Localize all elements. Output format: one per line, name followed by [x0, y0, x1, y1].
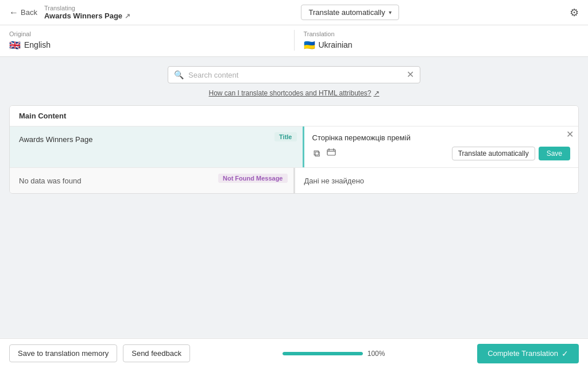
translation-lang-text: Ukrainian: [319, 40, 353, 49]
original-language-section: Original 🇬🇧 English: [9, 30, 285, 51]
search-input[interactable]: [188, 71, 402, 79]
close-icon: ✕: [566, 129, 574, 139]
feedback-label: Send feedback: [131, 349, 181, 358]
translate-automatically-button[interactable]: Translate automatically ▾: [301, 5, 399, 20]
translating-label: Translating: [44, 5, 130, 12]
lang-divider: [294, 30, 295, 51]
search-bar: 🔍 ✕: [168, 66, 420, 83]
save-button[interactable]: Save: [539, 147, 570, 160]
top-bar-left: ← Back Translating Awards Winners Page ↗: [9, 5, 130, 20]
original-lang-text: English: [24, 40, 51, 49]
translation-flag: 🇺🇦: [304, 40, 315, 51]
check-icon: ✓: [562, 349, 568, 358]
settings-icon: ⚙: [570, 7, 579, 18]
translation-lang-label: Translation: [304, 30, 579, 37]
complete-label: Complete Translation: [488, 349, 558, 358]
translating-info: Translating Awards Winners Page ↗: [44, 5, 130, 20]
copy-button[interactable]: ⧉: [312, 147, 321, 160]
bottom-bar: Save to translation memory Send feedback…: [0, 338, 588, 368]
progress-bar: [283, 352, 363, 355]
translation-actions: ⧉: [312, 147, 571, 160]
bottom-left: Save to translation memory Send feedback: [9, 344, 190, 362]
language-bar: Original 🇬🇧 English Translation 🇺🇦 Ukrai…: [0, 25, 588, 57]
history-button[interactable]: [326, 147, 337, 160]
help-link[interactable]: How can I translate shortcodes and HTML …: [208, 89, 379, 97]
progress-area: 100%: [283, 350, 385, 358]
dropdown-arrow-icon: ▾: [389, 9, 392, 16]
translation-language-section: Translation 🇺🇦 Ukrainian: [304, 30, 579, 51]
save-to-memory-button[interactable]: Save to translation memory: [9, 344, 117, 362]
progress-bar-fill: [283, 352, 363, 355]
back-arrow-icon: ←: [9, 7, 18, 18]
table-row: No data was found Not Found Message Дані…: [10, 168, 578, 193]
tag-badge-nf: Not Found Message: [218, 174, 288, 183]
icon-actions: ⧉: [312, 147, 337, 160]
translation-cell-title: ✕ Сторінка переможців премій ⧉: [304, 126, 579, 167]
top-bar-center: Translate automatically ▾: [301, 5, 399, 20]
history-icon: [327, 149, 336, 159]
close-translation-button[interactable]: ✕: [566, 130, 574, 139]
main-area: 🔍 ✕ How can I translate shortcodes and H…: [0, 57, 588, 338]
progress-label: 100%: [368, 350, 385, 358]
translation-inner: Сторінка переможців премій ⧉: [304, 126, 579, 167]
action-buttons: Translate automatically Save: [452, 147, 570, 160]
top-bar: ← Back Translating Awards Winners Page ↗…: [0, 0, 588, 25]
translation-text-title: Сторінка переможців премій: [312, 133, 571, 142]
clear-icon: ✕: [407, 70, 414, 79]
original-text-title: Awards Winners Page: [19, 135, 92, 144]
back-label: Back: [21, 8, 37, 17]
page-name: Awards Winners Page: [44, 12, 122, 20]
translate-auto-label: Translate automatically: [308, 8, 385, 17]
complete-translation-button[interactable]: Complete Translation ✓: [477, 344, 579, 363]
translate-btn-label: Translate automatically: [458, 150, 529, 158]
settings-button[interactable]: ⚙: [570, 6, 579, 19]
help-link-wrapper: How can I translate shortcodes and HTML …: [9, 89, 579, 97]
clear-search-button[interactable]: ✕: [407, 70, 414, 79]
external-link-icon[interactable]: ↗: [125, 12, 130, 20]
svg-rect-0: [327, 150, 335, 155]
original-lang-label: Original: [9, 30, 285, 37]
content-card: Main Content Awards Winners Page Title ✕…: [9, 105, 579, 194]
translation-lang-name: 🇺🇦 Ukrainian: [304, 40, 579, 51]
search-icon: 🔍: [174, 70, 184, 79]
original-lang-name: 🇬🇧 English: [9, 40, 285, 51]
back-button[interactable]: ← Back: [9, 7, 37, 18]
card-header: Main Content: [10, 106, 578, 126]
save-memory-label: Save to translation memory: [18, 349, 109, 358]
help-link-text: How can I translate shortcodes and HTML …: [208, 89, 371, 97]
save-label: Save: [547, 150, 562, 158]
translation-cell-nf: Дані не знайдено: [295, 168, 579, 193]
original-text-nf: No data was found: [19, 177, 81, 185]
table-row: Awards Winners Page Title ✕ Сторінка пер…: [10, 126, 578, 168]
help-link-icon: ↗: [374, 89, 380, 97]
copy-icon: ⧉: [314, 148, 320, 158]
original-flag: 🇬🇧: [9, 40, 21, 51]
translate-automatically-row-button[interactable]: Translate automatically: [452, 147, 535, 160]
tag-badge-title: Title: [274, 132, 296, 141]
send-feedback-button[interactable]: Send feedback: [123, 344, 190, 362]
translation-text-nf: Дані не знайдено: [304, 177, 365, 185]
original-cell-nf: No data was found Not Found Message: [10, 168, 295, 193]
original-cell-title: Awards Winners Page Title: [10, 126, 304, 167]
translating-page: Awards Winners Page ↗: [44, 12, 130, 20]
search-bar-wrapper: 🔍 ✕: [9, 66, 579, 83]
